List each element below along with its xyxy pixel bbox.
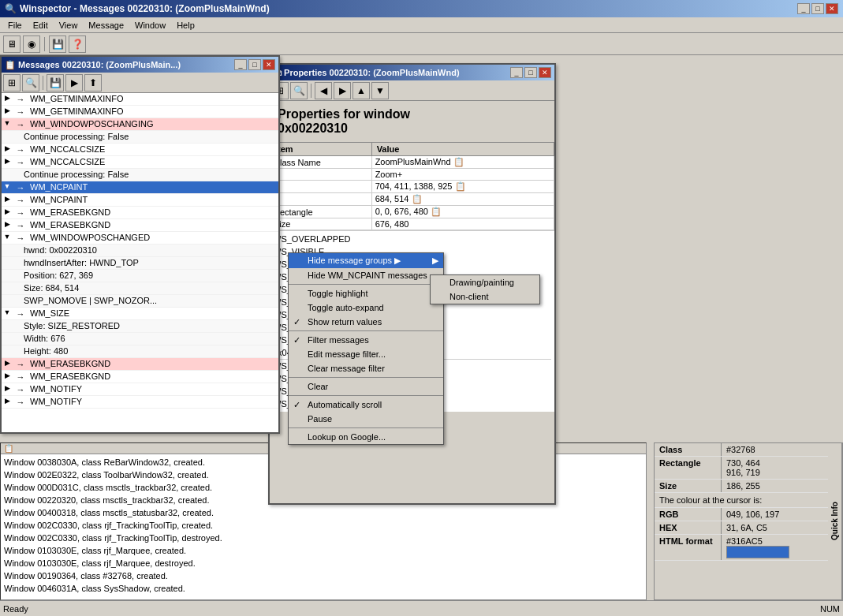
table-row[interactable]: Size 676, 480	[270, 218, 554, 230]
props-toolbar-btn-nav2[interactable]: ▶	[334, 82, 351, 99]
menu-edit[interactable]: Edit	[28, 19, 53, 32]
msg-toolbar-btn-3[interactable]: 💾	[47, 74, 64, 91]
msg-expand[interactable]: ▶	[2, 383, 13, 395]
msg-expand[interactable]: ▶	[2, 156, 13, 168]
msg-row-notify1[interactable]: ▶ → WM_NOTIFY	[2, 383, 278, 396]
messages-close[interactable]: ✕	[263, 59, 275, 70]
msg-row-getminmax2[interactable]: ▶ → WM_GETMINMAXINFO	[2, 106, 278, 118]
log-line: Window 00400318, class msctls_statusbar3…	[4, 506, 643, 519]
ctx-lookup-google[interactable]: Lookup on Google...	[289, 430, 443, 444]
ctx-toggle-auto-expand[interactable]: Toggle auto-expand	[289, 301, 443, 315]
props-heading-line2: 0x00220310	[278, 121, 546, 136]
table-row[interactable]: Class Name ZoomPlusMainWnd 📋	[270, 156, 554, 169]
toolbar-btn-3[interactable]: 💾	[49, 35, 66, 53]
table-row[interactable]: Zoom+	[270, 169, 554, 181]
msg-expand[interactable]: ▶	[2, 207, 13, 218]
msg-expand	[2, 245, 13, 256]
ctx-clear-filter[interactable]: Clear message filter	[289, 361, 443, 375]
log-icon: 📋	[4, 444, 13, 453]
ctx-clear[interactable]: Clear	[289, 379, 443, 394]
msg-expand[interactable]: ▼	[2, 232, 13, 244]
msg-expand[interactable]: ▶	[2, 93, 13, 105]
msg-row-erasebk2[interactable]: ▶ → WM_ERASEBKGND	[2, 219, 278, 232]
msg-expand[interactable]: ▶	[2, 194, 13, 206]
msg-row-getminmax1[interactable]: ▶ → WM_GETMINMAXINFO	[2, 93, 278, 106]
msg-expand	[2, 333, 13, 345]
msg-expand[interactable]: ▶	[2, 219, 13, 231]
props-maximize[interactable]: □	[524, 67, 537, 78]
msg-row-nccalc2[interactable]: ▶ → WM_NCCALCSIZE	[2, 156, 278, 169]
msg-arrow: →	[13, 232, 28, 244]
msg-row-erasebk1[interactable]: ▶ → WM_ERASEBKGND	[2, 207, 278, 219]
msg-expand[interactable]: ▼	[2, 308, 13, 319]
messages-list[interactable]: ▶ → WM_GETMINMAXINFO ▶ → WM_GETMINMAXINF…	[2, 93, 278, 432]
msg-toolbar-btn-2[interactable]: 🔍	[22, 74, 39, 91]
msg-sub-text: Style: SIZE_RESTORED	[13, 320, 278, 332]
msg-row-erasebk3[interactable]: ▶ → WM_ERASEBKGND	[2, 358, 278, 371]
prop-value: 676, 480	[371, 218, 554, 230]
msg-row-windowposchanged[interactable]: ▼ → WM_WINDOWPOSCHANGED	[2, 232, 278, 245]
msg-arrow: →	[13, 219, 28, 231]
msg-row-nccalc1[interactable]: ▶ → WM_NCCALCSIZE	[2, 144, 278, 156]
table-row[interactable]: 684, 514 📋	[270, 193, 554, 206]
props-minimize[interactable]: _	[510, 67, 523, 78]
messages-minimize[interactable]: _	[234, 59, 247, 70]
ctx-hide-ncpaint[interactable]: Hide WM_NCPAINT messages	[289, 268, 443, 282]
msg-expand[interactable]: ▶	[2, 396, 13, 408]
msg-toolbar-btn-5[interactable]: ⬆	[84, 74, 102, 91]
ctx-auto-scroll[interactable]: Automatically scroll	[289, 398, 443, 412]
maximize-button[interactable]: □	[811, 3, 824, 14]
ctx-sub-nonclient[interactable]: Non-client	[431, 289, 539, 304]
table-row[interactable]: 704, 411, 1388, 925 📋	[270, 181, 554, 193]
menu-help[interactable]: Help	[172, 19, 200, 32]
msg-expand[interactable]: ▼	[2, 181, 13, 193]
messages-title-bar: 📋 Messages 00220310: (ZoomPlusMain...) _…	[2, 57, 278, 73]
ctx-filter-messages[interactable]: Filter messages	[289, 333, 443, 347]
qi-rect-value: 730, 464 916, 719	[722, 457, 828, 479]
msg-expand[interactable]: ▶	[2, 371, 13, 383]
msg-arrow: →	[13, 144, 28, 155]
ctx-show-return-values[interactable]: Show return values	[289, 315, 443, 329]
msg-expand[interactable]: ▶	[2, 358, 13, 370]
table-row[interactable]: Rectangle 0, 0, 676, 480 📋	[270, 206, 554, 218]
ctx-edit-filter[interactable]: Edit message filter...	[289, 347, 443, 361]
msg-expand[interactable]: ▶	[2, 144, 13, 155]
col-header-item[interactable]: Item	[270, 143, 372, 156]
messages-maximize[interactable]: □	[248, 59, 261, 70]
context-submenu: Drawing/painting Non-client	[430, 274, 540, 304]
messages-title-label: Messages 00220310: (ZoomPlusMain...)	[18, 60, 181, 69]
msg-expand[interactable]: ▼	[2, 118, 13, 130]
props-toolbar-btn-2[interactable]: 🔍	[290, 82, 308, 99]
prop-value: Zoom+	[371, 169, 554, 181]
toolbar-btn-1[interactable]: 🖥	[3, 35, 21, 53]
msg-row-notify2[interactable]: ▶ → WM_NOTIFY	[2, 396, 278, 409]
qi-rgb-value: 049, 106, 197	[722, 508, 828, 521]
props-toolbar-btn-nav3[interactable]: ▲	[352, 82, 370, 99]
toolbar-btn-2[interactable]: ◉	[23, 35, 40, 53]
ctx-sub-drawing[interactable]: Drawing/painting	[431, 275, 539, 289]
msg-row-windowposchanging[interactable]: ▼ → WM_WINDOWPOSCHANGING	[2, 118, 278, 131]
minimize-button[interactable]: _	[797, 3, 810, 14]
menu-message[interactable]: Message	[84, 19, 129, 32]
menu-view[interactable]: View	[54, 19, 83, 32]
props-toolbar-btn-nav1[interactable]: ◀	[315, 82, 332, 99]
msg-row-ncpaint-selected[interactable]: ▼ → WM_NCPAINT	[2, 181, 278, 194]
menu-file[interactable]: File	[3, 19, 27, 32]
msg-expand[interactable]: ▶	[2, 106, 13, 118]
msg-row-erasebk4[interactable]: ▶ → WM_ERASEBKGND	[2, 371, 278, 383]
props-close[interactable]: ✕	[539, 67, 551, 78]
props-toolbar-btn-nav4[interactable]: ▼	[371, 82, 389, 99]
msg-row-ncpaint2[interactable]: ▶ → WM_NCPAINT	[2, 194, 278, 207]
col-header-value[interactable]: Value	[371, 143, 554, 156]
msg-expand	[2, 257, 13, 269]
ctx-toggle-highlight[interactable]: Toggle highlight	[289, 286, 443, 301]
qi-hex-label: HEX	[655, 521, 722, 534]
close-button[interactable]: ✕	[826, 3, 838, 14]
ctx-pause[interactable]: Pause	[289, 412, 443, 426]
ctx-hide-message-groups[interactable]: Hide message groups ▶	[289, 253, 443, 268]
menu-window[interactable]: Window	[130, 19, 170, 32]
msg-toolbar-btn-4[interactable]: ▶	[65, 74, 83, 91]
msg-toolbar-btn-1[interactable]: ⊞	[3, 74, 21, 91]
toolbar-btn-4[interactable]: ❓	[69, 35, 86, 53]
msg-row-size[interactable]: ▼ → WM_SIZE	[2, 308, 278, 320]
